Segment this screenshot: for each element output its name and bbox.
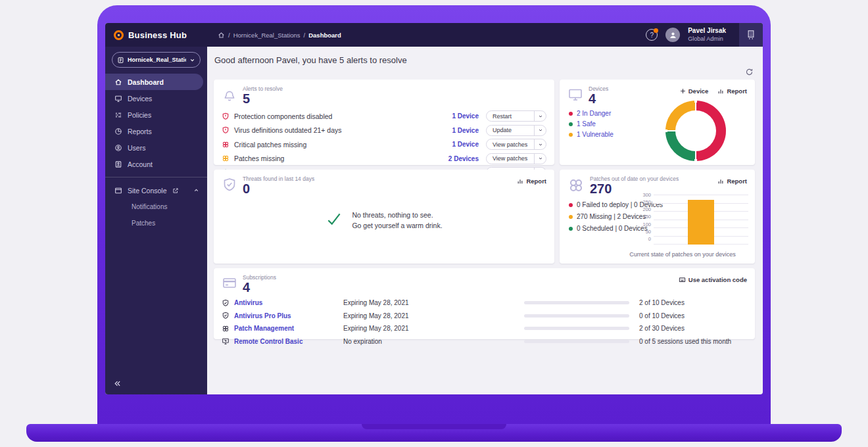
subscription-usage: 0 of 5 sessions used this month	[639, 338, 746, 345]
site-console-icon	[114, 187, 122, 195]
brand[interactable]: Business Hub	[105, 30, 207, 40]
shield-check-outline-icon	[222, 177, 237, 193]
alert-row: Virus definitions outdated 21+ days 1 De…	[222, 124, 546, 138]
devices-report-button[interactable]: Report	[717, 87, 747, 95]
alert-action-button[interactable]: Update	[486, 125, 546, 136]
threats-report-button[interactable]: Report	[517, 177, 546, 185]
laptop-base	[26, 424, 842, 442]
sidebar-item-label: Site Console	[128, 187, 167, 195]
card-title: Threats found in last 14 days	[243, 176, 314, 182]
avatar[interactable]	[665, 28, 680, 42]
sidebar-item-site-console[interactable]: Site Console	[105, 182, 207, 199]
sidebar-subitem-label: Patches	[132, 220, 155, 227]
add-device-button[interactable]: Device	[680, 87, 709, 95]
refresh-button[interactable]	[745, 68, 754, 78]
subscriptions-card: Subscriptions 4 Use activation code	[214, 268, 755, 339]
sidebar-item-policies[interactable]: Policies	[105, 106, 207, 123]
sidebar-item-dashboard[interactable]: Dashboard	[105, 74, 203, 90]
sidebar-item-label: Users	[128, 144, 145, 152]
sidebar-item-label: Devices	[128, 95, 152, 103]
sidebar-item-devices[interactable]: Devices	[105, 90, 207, 106]
legend-item[interactable]: 1 Vulnerable	[569, 131, 614, 138]
check-icon	[326, 210, 343, 227]
breadcrumb-sep: /	[304, 32, 306, 39]
breadcrumb-site[interactable]: Hornicek_Real_Stations	[233, 32, 301, 39]
patches-report-button[interactable]: Report	[717, 177, 747, 185]
usage-progress-bar	[524, 314, 629, 318]
alert-device-link[interactable]: 1 Device	[452, 112, 479, 120]
legend-dot-vulnerable	[569, 133, 573, 137]
legend-item[interactable]: 1 Safe	[569, 120, 614, 128]
legend-dot-scheduled	[569, 227, 573, 231]
top-bar: Business Hub / Hornicek_Real_Stations / …	[105, 23, 763, 47]
alert-device-link[interactable]: 2 Devices	[448, 155, 479, 162]
alert-action-button[interactable]: View patches	[486, 153, 546, 164]
alert-action-button[interactable]: Restart	[486, 110, 546, 122]
alert-action-button[interactable]: View patches	[486, 139, 546, 150]
subscription-row: Patch Management Expiring May 28, 2021 2…	[222, 322, 746, 335]
devices-legend: 2 In Danger 1 Safe 1 Vulnerable	[569, 110, 614, 138]
shield-alert-icon	[222, 112, 229, 120]
activation-code-icon	[679, 276, 686, 283]
subscription-link[interactable]: Antivirus Pro Plus	[222, 312, 343, 319]
sidebar-item-account[interactable]: Account	[105, 156, 207, 172]
use-activation-code-button[interactable]: Use activation code	[679, 276, 747, 283]
notification-dot	[654, 28, 658, 33]
main-content: Good afternoon Pavel, you have 5 alerts …	[207, 47, 763, 394]
sidebar-item-users[interactable]: Users	[105, 139, 207, 156]
alert-device-link[interactable]: 1 Device	[452, 141, 479, 148]
threats-empty-line1: No threats, nothing to see.	[352, 210, 442, 221]
legend-item[interactable]: 2 In Danger	[569, 110, 614, 117]
legend-dot-safe	[569, 122, 573, 126]
chevron-down-icon[interactable]	[534, 126, 546, 135]
collapse-sidebar-button[interactable]	[113, 379, 122, 388]
subscription-expiry: No expiration	[343, 338, 524, 345]
subscription-usage: 2 of 10 Devices	[639, 299, 746, 306]
subscription-link[interactable]: Remote Control Basic	[222, 337, 343, 345]
chevron-down-icon	[189, 57, 195, 63]
app-window: Business Hub / Hornicek_Real_Stations / …	[105, 23, 763, 394]
sidebar-item-reports[interactable]: Reports	[105, 123, 207, 139]
console-switcher-button[interactable]	[739, 23, 763, 47]
patch-outline-icon	[567, 177, 585, 194]
usage-progress-bar	[524, 340, 629, 343]
subscription-row: Remote Control Basic No expiration 0 of …	[222, 335, 746, 348]
patch-icon	[222, 141, 229, 149]
account-icon	[114, 160, 122, 168]
shield-alert-icon	[222, 126, 229, 134]
alert-device-link[interactable]: 1 Device	[452, 127, 479, 134]
refresh-icon	[745, 68, 754, 76]
subscription-usage: 2 of 30 Devices	[639, 325, 746, 332]
user-info[interactable]: Pavel Jirsak Global Admin	[688, 27, 726, 43]
threats-card: Threats found in last 14 days 0 Report	[214, 170, 554, 264]
home-icon[interactable]	[218, 32, 225, 39]
legend-dot-missing	[569, 215, 573, 219]
subscription-link[interactable]: Patch Management	[222, 325, 343, 333]
breadcrumb-page: Dashboard	[308, 32, 341, 39]
sidebar-item-notifications[interactable]: Notifications	[105, 199, 207, 215]
devices-donut-chart[interactable]	[665, 101, 726, 161]
alert-row: Protection components disabled 1 Device …	[222, 109, 546, 124]
brand-name: Business Hub	[128, 30, 187, 40]
sidebar-item-patches[interactable]: Patches	[105, 215, 207, 231]
patch-icon	[222, 325, 229, 333]
devices-card: Devices 4 Device	[560, 80, 755, 165]
chevron-down-icon[interactable]	[534, 154, 546, 164]
chevron-down-icon[interactable]	[534, 111, 546, 121]
sidebar: Hornicek_Real_Statio... Dashboard Device…	[105, 47, 207, 394]
missing-patches-bar[interactable]	[688, 200, 714, 245]
chevron-up-icon	[193, 187, 199, 193]
chevron-down-icon[interactable]	[534, 139, 546, 149]
legend-dot-danger	[569, 112, 573, 116]
alerts-count: 5	[243, 92, 283, 106]
threats-empty-line2: Go get yourself a warm drink.	[352, 221, 442, 231]
site-selector-dropdown[interactable]: Hornicek_Real_Statio...	[112, 52, 201, 68]
subscription-link[interactable]: Antivirus	[222, 299, 343, 307]
breadcrumb: / Hornicek_Real_Stations / Dashboard	[207, 32, 646, 39]
policies-icon	[114, 111, 122, 119]
bar-chart-icon	[717, 88, 724, 95]
sidebar-item-label: Reports	[128, 128, 152, 135]
shield-check-icon	[222, 312, 229, 319]
patch-icon	[222, 154, 229, 162]
help-button[interactable]: ?	[646, 29, 658, 41]
